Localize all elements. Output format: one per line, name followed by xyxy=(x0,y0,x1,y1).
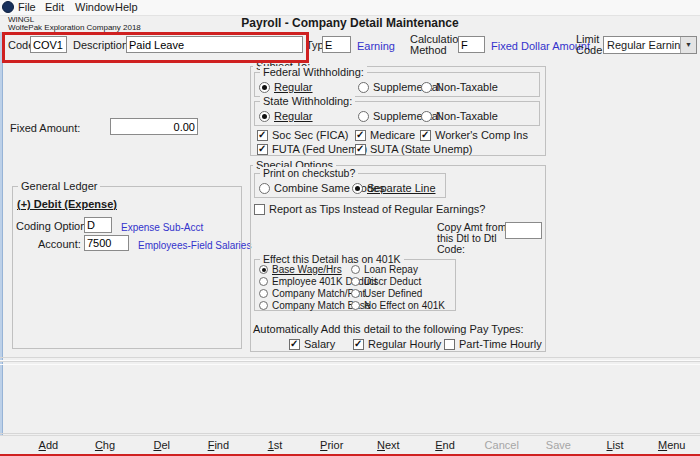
checkbox-icon[interactable] xyxy=(355,130,366,141)
radio-label: User Defined xyxy=(364,288,422,299)
checkbox-label: SUTA (State Unemp) xyxy=(370,143,473,155)
checkbox-label: Part-Time Hourly xyxy=(459,338,542,350)
checkbox-regular-hourly[interactable]: Regular Hourly xyxy=(353,338,441,350)
action-prior-button[interactable]: Prior xyxy=(303,436,360,454)
checkbox-futa-fed-unemp[interactable]: FUTA (Fed Unemp) xyxy=(257,143,367,155)
debit-expense-heading: (+) Debit (Expense) xyxy=(17,198,117,210)
radio-user-defined[interactable]: User Defined xyxy=(351,288,445,299)
menu-help[interactable]: Help xyxy=(115,1,138,14)
pay-types-label: Automatically Add this detail to the fol… xyxy=(253,323,524,336)
checkbox-medicare[interactable]: Medicare xyxy=(355,129,415,141)
federal-withholding-group: Federal Withholding: RegularSupplemental… xyxy=(254,72,540,97)
checkbox-suta-state-unemp[interactable]: SUTA (State Unemp) xyxy=(355,143,473,155)
account-hint: Employees-Field Salaries xyxy=(138,239,251,252)
report-as-tips-checkbox[interactable]: Report as Tips Instead of Regular Earnin… xyxy=(254,203,485,215)
radio-button-icon[interactable] xyxy=(259,111,270,122)
menu-edit[interactable]: Edit xyxy=(45,1,64,14)
checkbox-icon[interactable] xyxy=(257,144,268,155)
print-on-checkstub-options: Combine Same CodesSeparate Line xyxy=(259,182,443,195)
radio-separate-line[interactable]: Separate Line xyxy=(352,182,436,194)
radio-label: Discr Deduct xyxy=(364,276,421,287)
radio-no-effect-on-401k[interactable]: No Effect on 401K xyxy=(351,300,445,311)
radio-button-icon[interactable] xyxy=(259,301,268,310)
checkbox-worker-s-comp-ins[interactable]: Worker's Comp Ins xyxy=(420,129,528,141)
radio-button-icon[interactable] xyxy=(351,265,360,274)
subject-to-group: Subject To: Federal Withholding: Regular… xyxy=(250,66,546,156)
radio-label: Non-Taxable xyxy=(436,81,498,93)
radio-button-icon[interactable] xyxy=(421,82,432,93)
checkbox-icon[interactable] xyxy=(353,339,364,350)
radio-button-icon[interactable] xyxy=(421,111,432,122)
calc-method-input[interactable] xyxy=(458,36,485,53)
app-logo-icon xyxy=(2,1,14,13)
radio-label: Loan Repay xyxy=(364,264,418,275)
checkbox-part-time-hourly[interactable]: Part-Time Hourly xyxy=(444,338,542,350)
description-label: Description xyxy=(73,39,128,52)
radio-button-icon[interactable] xyxy=(358,82,369,93)
action-find-button[interactable]: Find xyxy=(190,436,247,454)
radio-discr-deduct[interactable]: Discr Deduct xyxy=(351,276,445,287)
checkbox-label: Salary xyxy=(304,338,335,350)
radio-button-icon[interactable] xyxy=(259,82,270,93)
action-menu-button[interactable]: Menu xyxy=(643,436,700,454)
chevron-down-icon[interactable]: ▼ xyxy=(680,37,696,53)
coding-option-input[interactable] xyxy=(84,217,112,233)
action-chg-button[interactable]: Chg xyxy=(77,436,134,454)
action-add-button[interactable]: Add xyxy=(20,436,77,454)
type-input[interactable] xyxy=(322,36,351,53)
print-on-checkstub-group: Print on checkstub? Combine Same CodesSe… xyxy=(254,173,446,198)
radio-label: Regular xyxy=(274,81,313,93)
radio-button-icon[interactable] xyxy=(259,277,268,286)
effect-401k-group: Effect this Detail has on 401K Base Wage… xyxy=(254,259,456,311)
copy-amt-label: Copy Amt from this Dtl to Dtl Code: xyxy=(437,222,509,255)
limit-code-select[interactable]: Regular Earnings ▼ xyxy=(603,36,697,54)
code-input[interactable] xyxy=(30,36,67,53)
radio-button-icon[interactable] xyxy=(351,289,360,298)
fixed-amount-input[interactable] xyxy=(110,118,198,135)
radio-non-taxable[interactable]: Non-Taxable xyxy=(421,81,498,93)
radio-non-taxable[interactable]: Non-Taxable xyxy=(421,110,498,122)
checkbox-icon[interactable] xyxy=(420,130,431,141)
copy-amt-input[interactable] xyxy=(505,222,542,239)
menu-window[interactable]: Window xyxy=(75,1,114,14)
menu-file[interactable]: File xyxy=(18,1,36,14)
page-title: Payroll - Company Detail Maintenance xyxy=(0,16,700,30)
action-del-button[interactable]: Del xyxy=(133,436,190,454)
special-options-group: Special Options Print on checkstub? Comb… xyxy=(250,165,546,352)
account-input[interactable] xyxy=(84,235,129,251)
content-divider-2 xyxy=(0,361,700,365)
radio-button-icon[interactable] xyxy=(259,265,268,274)
description-input[interactable] xyxy=(126,36,303,53)
checkbox-icon[interactable] xyxy=(444,339,455,350)
radio-button-icon[interactable] xyxy=(351,277,360,286)
checkbox-label: Medicare xyxy=(370,129,415,141)
radio-button-icon[interactable] xyxy=(351,301,360,310)
radio-label: Non-Taxable xyxy=(436,110,498,122)
radio-button-icon[interactable] xyxy=(352,183,363,194)
radio-label: No Effect on 401K xyxy=(364,300,445,311)
state-withholding-options: RegularSupplementalNon-Taxable xyxy=(259,110,537,123)
radio-button-icon[interactable] xyxy=(358,111,369,122)
tax-checkbox-row-1: Soc Sec (FICA)MedicareWorker's Comp Ins xyxy=(257,129,543,142)
checkbox-icon[interactable] xyxy=(254,204,265,215)
radio-regular[interactable]: Regular xyxy=(259,110,313,122)
window-left-border xyxy=(0,32,3,454)
action-next-button[interactable]: Next xyxy=(360,436,417,454)
action-list-button[interactable]: List xyxy=(587,436,644,454)
checkbox-icon[interactable] xyxy=(257,130,268,141)
checkbox-icon[interactable] xyxy=(289,339,300,350)
checkbox-icon[interactable] xyxy=(355,144,366,155)
federal-withholding-legend: Federal Withholding: xyxy=(260,66,367,78)
checkbox-soc-sec-fica[interactable]: Soc Sec (FICA) xyxy=(257,129,348,141)
action-end-button[interactable]: End xyxy=(417,436,474,454)
report-as-tips-label: Report as Tips Instead of Regular Earnin… xyxy=(269,203,485,215)
radio-button-icon[interactable] xyxy=(259,183,270,194)
effect-401k-right-column: Loan RepayDiscr DeductUser DefinedNo Eff… xyxy=(351,264,445,312)
radio-loan-repay[interactable]: Loan Repay xyxy=(351,264,445,275)
action-1st-button[interactable]: 1st xyxy=(247,436,304,454)
state-withholding-group: State Withholding: RegularSupplementalNo… xyxy=(254,101,540,126)
radio-button-icon[interactable] xyxy=(259,289,268,298)
fixed-amount-label: Fixed Amount: xyxy=(10,122,80,135)
checkbox-salary[interactable]: Salary xyxy=(289,338,335,350)
radio-regular[interactable]: Regular xyxy=(259,81,313,93)
